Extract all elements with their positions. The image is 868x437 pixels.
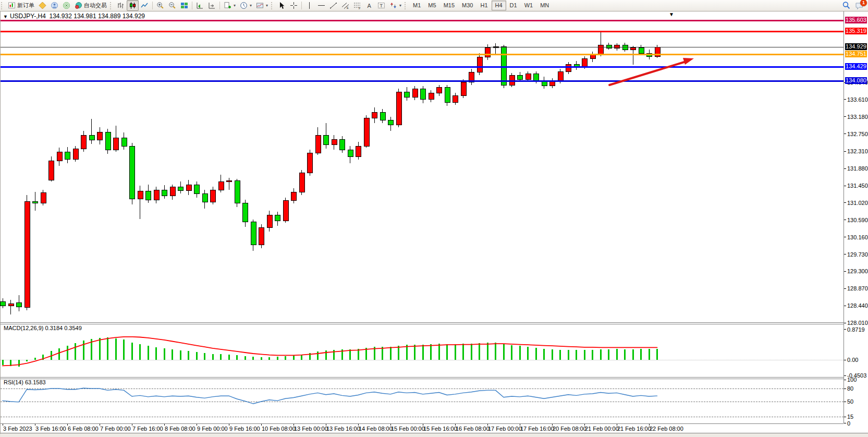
vertical-line-button[interactable] [303,0,315,11]
chart-shift-button[interactable] [206,0,218,11]
time-axis-label[interactable]: 15 Feb 16:00 [423,426,457,432]
time-axis-label[interactable]: 20 Feb 08:00 [553,426,586,432]
bar-chart-button[interactable] [115,0,127,11]
fibonacci-button[interactable]: F [351,0,363,11]
new-order-button[interactable]: 新订单 [6,0,36,11]
timeframe-button-h1[interactable]: H1 [476,1,491,10]
time-axis-label[interactable]: 13 Feb 16:00 [326,426,360,432]
notifications-button[interactable]: 1 [855,2,864,10]
timeframe-button-w1[interactable]: W1 [521,1,537,10]
time-axis-label[interactable]: 15 Feb 00:00 [391,426,425,432]
macd-histogram-bar [640,349,642,360]
time-axis-label[interactable]: 21 Feb 16:00 [617,426,651,432]
autotrading-label: 自动交易 [84,2,107,9]
time-axis-label[interactable]: 22 Feb 08:00 [650,426,683,432]
tile-windows-button[interactable] [178,0,190,11]
panel-separator[interactable] [1,377,843,378]
macd-histogram-bar [301,355,302,360]
panel-separator[interactable] [1,322,843,323]
time-axis-label[interactable]: 6 Feb 08:00 [68,426,99,432]
price-hline[interactable] [1,31,843,32]
auto-scroll-button[interactable] [194,0,206,11]
time-axis-label[interactable]: 9 Feb 00:00 [197,426,228,432]
rsi-axis-label: 50 [847,398,853,405]
horizontal-line-button[interactable] [315,0,327,11]
price-hline[interactable] [1,80,843,82]
price-axis-label: 133.610 [847,96,868,103]
price-hline[interactable] [1,66,843,68]
candle-body [436,87,442,93]
timeframe-button-m30[interactable]: M30 [458,1,476,10]
time-axis-label[interactable]: 8 Feb 08:00 [165,426,195,432]
line-chart-button[interactable] [139,0,151,11]
community-button[interactable] [48,0,60,11]
time-axis-label[interactable]: 9 Feb 16:00 [229,426,260,432]
macd-histogram-bar [99,338,101,360]
candle-body [275,215,280,221]
new-order-label: 新订单 [17,2,34,9]
timeframe-button-m1[interactable]: M1 [409,1,424,10]
candle-body [57,152,63,161]
autotrading-button[interactable]: 自动交易 [72,0,109,11]
collapse-marker-icon[interactable]: ▼ [3,14,8,19]
template-button[interactable]: ▾ [254,0,270,11]
macd-histogram-bar [374,347,375,360]
price-axis-label: 132.310 [847,148,868,154]
trendline-button[interactable] [327,0,339,11]
timeframe-button-m5[interactable]: M5 [424,1,439,10]
scroll-to-end-marker[interactable]: ▼ [669,11,674,17]
macd-histogram-bar [244,356,246,360]
timeframe-button-m15[interactable]: M15 [440,1,458,10]
current-price-line [1,47,843,47]
search-icon[interactable] [842,1,851,10]
macd-histogram-bar [252,357,254,360]
toolbar-grip [110,2,113,9]
macd-histogram-bar [462,344,464,360]
macd-histogram-bar [26,360,28,361]
panel-separator[interactable] [1,379,843,379]
panel-separator[interactable] [1,324,843,324]
candle-body [226,180,232,182]
time-axis-label[interactable]: 13 Feb 00:00 [294,426,328,432]
time-axis-label[interactable]: 14 Feb 08:00 [359,426,393,432]
time-axis-label[interactable]: 7 Feb 16:00 [132,426,163,432]
time-axis-label[interactable]: 17 Feb 00:00 [488,426,522,432]
time-axis-label[interactable]: 7 Feb 00:00 [100,426,131,432]
time-axis-label[interactable]: 3 Feb 2023 [3,426,32,432]
time-axis-label[interactable]: 21 Feb 00:00 [585,426,619,432]
time-axis-label[interactable]: 10 Feb 08:00 [262,426,296,432]
time-axis-label[interactable]: 3 Feb 16:00 [35,426,66,432]
time-axis-label[interactable]: 17 Feb 16:00 [520,426,554,432]
price-hline[interactable] [1,20,843,21]
period-button[interactable]: ▾ [238,0,254,11]
zoom-out-button[interactable] [166,0,178,11]
macd-histogram-bar [519,346,521,360]
new-chart-button[interactable]: ▾ [222,0,238,11]
equidistant-channel-button[interactable]: E [339,0,351,11]
metaeditor-button[interactable] [36,0,48,11]
macd-histogram-bar [212,354,214,360]
text-label-button[interactable]: T [375,0,387,11]
macd-histogram-bar [317,351,319,360]
arrows-button[interactable]: ▾ [387,0,404,11]
macd-zero-line [1,360,843,360]
zoom-in-button[interactable] [154,0,166,11]
macd-histogram-bar [172,349,173,360]
candle-body [655,47,661,57]
equidistant-channel-icon: E [341,2,349,9]
candle-body [154,190,160,200]
chart-area[interactable]: ▼USDJPY-,H4 134.932 134.981 134.889 134.… [0,11,868,434]
candle-body [332,139,337,145]
time-axis-label[interactable]: 16 Feb 08:00 [456,426,490,432]
macd-histogram-bar [559,350,561,360]
timeframe-button-d1[interactable]: D1 [506,1,521,10]
candlestick-chart-button[interactable] [127,0,139,11]
crosshair-button[interactable] [288,0,300,11]
candle-body [299,173,305,192]
price-hline[interactable] [1,54,843,55]
timeframe-button-h4[interactable]: H4 [492,1,506,10]
cursor-button[interactable] [276,0,288,11]
timeframe-button-mn[interactable]: MN [536,1,553,10]
text-button[interactable]: A [363,0,375,11]
signals-button[interactable] [60,0,72,11]
